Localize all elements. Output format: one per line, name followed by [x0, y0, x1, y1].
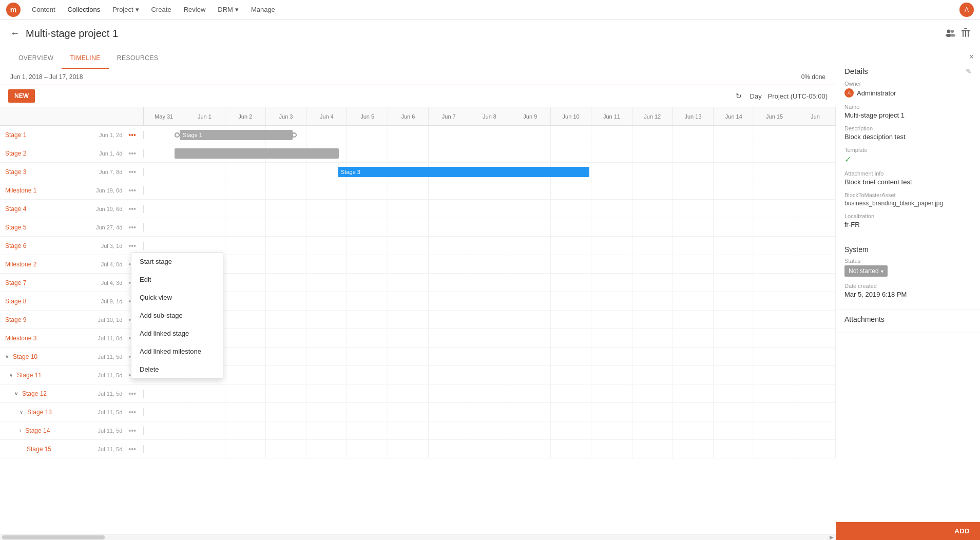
- gantt-row-stage6: Stage 6 Jul 3, 1d •••: [0, 237, 836, 255]
- row-dots-stage4[interactable]: •••: [126, 205, 138, 213]
- context-quick-view[interactable]: Quick view: [131, 288, 223, 306]
- progress-text: 0% done: [801, 73, 825, 81]
- nav-create[interactable]: Create: [146, 3, 177, 16]
- context-add-sub-stage[interactable]: Add sub-stage: [131, 306, 223, 324]
- nav-collections[interactable]: Collections: [63, 3, 106, 16]
- row-dots-stage3[interactable]: •••: [126, 168, 138, 176]
- nav-logo[interactable]: m: [6, 3, 21, 17]
- row-name-stage3[interactable]: Stage 3: [5, 168, 26, 176]
- row-dots-stage1[interactable]: •••: [126, 131, 138, 139]
- owner-avatar: A: [844, 88, 854, 98]
- row-dots-stage6[interactable]: •••: [126, 242, 138, 250]
- expand-stage12[interactable]: ∨: [14, 391, 18, 396]
- gantt-header: May 31 Jun 1 Jun 2 Jun 3 Jun 4 Jun 5 Jun…: [0, 107, 836, 126]
- system-title: System: [844, 245, 972, 254]
- row-name-stage5[interactable]: Stage 5: [5, 224, 26, 231]
- row-name-milestone2[interactable]: Milestone 2: [5, 261, 36, 268]
- new-button[interactable]: NEW: [8, 89, 35, 103]
- context-edit[interactable]: Edit: [131, 271, 223, 288]
- stage-bar-stage2[interactable]: [175, 148, 339, 159]
- row-name-milestone1[interactable]: Milestone 1: [5, 187, 36, 194]
- svg-point-0: [947, 29, 951, 33]
- attachment-info-label: Attachment info: [844, 170, 972, 177]
- gantt-toolbar: NEW ↻ Day Project (UTC-05:00): [0, 85, 836, 107]
- scrollbar-thumb[interactable]: [2, 535, 105, 539]
- date-cell-5: Jun 5: [347, 107, 388, 125]
- row-name-stage9[interactable]: Stage 9: [5, 316, 26, 323]
- date-cell-13: Jun 13: [673, 107, 714, 125]
- localization-label: Localization: [844, 213, 972, 219]
- scrollbar-right-arrow[interactable]: ▶: [830, 534, 834, 540]
- delete-icon[interactable]: [962, 28, 970, 40]
- row-name-stage11[interactable]: Stage 11: [17, 372, 42, 379]
- row-name-stage14[interactable]: Stage 14: [25, 427, 50, 434]
- template-check: ✓: [844, 155, 972, 164]
- context-add-linked-stage[interactable]: Add linked stage: [131, 324, 223, 342]
- row-name-stage15[interactable]: Stage 15: [27, 446, 51, 453]
- row-label-stage2: Stage 2 Jun 1, 4d •••: [0, 149, 144, 158]
- owner-label: Owner: [844, 81, 972, 87]
- row-dots-stage5[interactable]: •••: [126, 223, 138, 232]
- gantt-scrollbar[interactable]: ▶: [0, 534, 836, 540]
- expand-stage13[interactable]: ∨: [20, 409, 23, 415]
- nav-review[interactable]: Review: [179, 3, 211, 16]
- tab-timeline[interactable]: TIMELINE: [62, 48, 108, 69]
- gantt-row-stage9: Stage 9 Jul 10, 1d •••: [0, 311, 836, 329]
- date-created-value: Mar 5, 2019 6:18 PM: [844, 291, 972, 298]
- row-dots-stage2[interactable]: •••: [126, 149, 138, 158]
- tab-overview[interactable]: OVERVIEW: [10, 48, 62, 69]
- row-label-milestone1: Milestone 1 Jun 19, 0d •••: [0, 186, 144, 195]
- context-delete[interactable]: Delete: [131, 360, 223, 378]
- row-name-milestone3[interactable]: Milestone 3: [5, 335, 36, 342]
- gantt-row-stage13: ∨ Stage 13 Jul 11, 5d •••: [0, 403, 836, 421]
- date-cell-9: Jun 9: [510, 107, 551, 125]
- nav-project[interactable]: Project ▾: [107, 3, 144, 16]
- stage-bar-stage1[interactable]: Stage 1: [180, 130, 293, 140]
- row-name-stage2[interactable]: Stage 2: [5, 150, 26, 157]
- panel-details-section: Details ✎ Owner A Administrator Name Mul…: [836, 62, 980, 240]
- row-name-stage10[interactable]: Stage 10: [13, 353, 37, 360]
- stage-bar-stage3[interactable]: Stage 3: [338, 167, 589, 177]
- date-cell-0: May 31: [144, 107, 184, 125]
- nav-content[interactable]: Content: [27, 3, 61, 16]
- panel-attachments-section: Attachments: [836, 310, 980, 333]
- context-start-stage[interactable]: Start stage: [131, 253, 223, 271]
- status-badge[interactable]: Not started ▾: [844, 265, 888, 277]
- gantt-row-stage2: Stage 2 Jun 1, 4d •••: [0, 144, 836, 163]
- context-add-linked-milestone[interactable]: Add linked milestone: [131, 342, 223, 360]
- block-master-value: business_branding_blank_paper.jpg: [844, 200, 972, 207]
- row-dots-stage13[interactable]: •••: [126, 408, 138, 416]
- nav-drm[interactable]: DRM ▾: [213, 3, 244, 16]
- nav-manage[interactable]: Manage: [246, 3, 280, 16]
- row-name-stage13[interactable]: Stage 13: [27, 409, 52, 416]
- row-name-stage1[interactable]: Stage 1: [5, 131, 26, 139]
- back-button[interactable]: ←: [10, 28, 20, 39]
- add-attachment-button[interactable]: ADD: [836, 522, 980, 540]
- row-dots-milestone1[interactable]: •••: [126, 186, 138, 195]
- row-name-stage6[interactable]: Stage 6: [5, 242, 26, 249]
- tab-resources[interactable]: RESOURCES: [109, 48, 167, 69]
- panel-close-button[interactable]: ×: [969, 52, 974, 62]
- status-field: Status Not started ▾: [844, 258, 972, 277]
- gantt-row-stage14: › Stage 14 Jul 11, 5d •••: [0, 421, 836, 440]
- row-name-stage8[interactable]: Stage 8: [5, 298, 26, 305]
- gantt-rows: Stage 1 Jun 1, 2d ••• Stage 1: [0, 126, 836, 534]
- user-avatar[interactable]: A: [959, 3, 974, 17]
- panel-edit-icon[interactable]: ✎: [966, 67, 972, 75]
- expand-stage10[interactable]: ∨: [5, 354, 9, 359]
- row-label-stage1: Stage 1 Jun 1, 2d •••: [0, 131, 144, 139]
- row-name-stage7[interactable]: Stage 7: [5, 279, 26, 286]
- row-dots-stage15[interactable]: •••: [126, 445, 138, 453]
- row-dots-stage12[interactable]: •••: [126, 390, 138, 398]
- expand-stage14[interactable]: ›: [20, 428, 21, 433]
- users-icon[interactable]: [945, 29, 955, 39]
- gantt-dates: May 31 Jun 1 Jun 2 Jun 3 Jun 4 Jun 5 Jun…: [144, 107, 836, 125]
- panel-close-area: ×: [836, 48, 980, 62]
- row-name-stage12[interactable]: Stage 12: [22, 390, 47, 397]
- bar-end-circle-stage1: [292, 132, 297, 138]
- refresh-button[interactable]: ↻: [734, 90, 744, 102]
- expand-stage11[interactable]: ∨: [9, 372, 13, 378]
- row-name-stage4[interactable]: Stage 4: [5, 205, 26, 213]
- gantt-row-stage3: Stage 3 Jun 7, 8d ••• Stage 3: [0, 163, 836, 181]
- row-dots-stage14[interactable]: •••: [126, 427, 138, 435]
